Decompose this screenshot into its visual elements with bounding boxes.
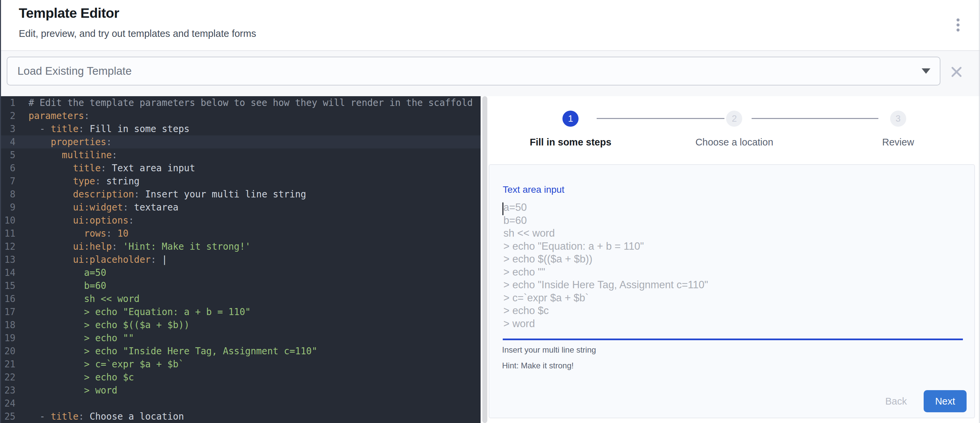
line-number: 24 [0,397,16,410]
line-code: sh << word [29,292,140,305]
textarea-input[interactable]: a=50b=60sh << word> echo "Equation: a + … [503,201,708,330]
editor-line[interactable]: 23 > word [0,384,480,397]
editor-line[interactable]: 22 > echo $c [0,371,480,384]
stepper-step-1[interactable]: 1Fill in some steps [488,111,652,148]
editor-line[interactable]: 17 > echo "Equation: a + b = 110" [0,305,480,318]
line-code: type: string [29,174,140,188]
step-circle: 1 [562,111,579,127]
editor-line[interactable]: 25 - title: Choose a location [0,410,480,423]
line-number: 6 [0,162,16,174]
line-number: 11 [0,227,16,240]
line-code: properties: [29,135,112,149]
line-code: - title: Choose a location [29,410,184,423]
editor-line[interactable]: 11 rows: 10 [0,227,480,240]
editor-line[interactable]: 20 > echo "Inside Here Tag, Assignment c… [0,345,480,358]
line-number: 17 [0,305,16,318]
page-subtitle: Edit, preview, and try out templates and… [19,28,256,39]
stepper-step-3[interactable]: 3Review [816,111,980,148]
editor-scrollbar[interactable] [480,96,488,423]
editor-line[interactable]: 8 description: Insert your multi line st… [0,188,480,201]
line-code: description: Insert your multi line stri… [29,188,306,201]
line-number: 7 [0,174,16,188]
line-code: > echo "Equation: a + b = 110" [29,305,251,318]
textarea-line: b=60 [503,214,708,227]
editor-line[interactable]: 7 type: string [0,174,480,188]
line-number: 21 [0,358,16,371]
field-description: Insert your multi line string [502,345,596,355]
code-editor[interactable]: 1# Edit the template parameters below to… [0,96,480,423]
editor-line[interactable]: 24 [0,397,480,410]
line-code: b=60 [29,279,106,292]
main-split: 1# Edit the template parameters below to… [0,96,980,423]
editor-line[interactable]: 13 ui:placeholder: | [0,253,480,266]
editor-line[interactable]: 6 title: Text area input [0,162,480,174]
textarea-line: > c=`expr $a + $b` [503,292,708,305]
textarea-line: > echo $(($a + $b)) [503,253,708,266]
step-label: Fill in some steps [530,137,611,148]
form-card: Text area input a=50b=60sh << word> echo… [488,164,975,418]
line-code: > word [29,384,118,397]
editor-line[interactable]: 16 sh << word [0,292,480,305]
textarea-line: > echo "Equation: a + b = 110" [503,240,708,253]
clear-selection-button[interactable] [949,64,964,79]
textarea-line: a=50 [503,201,708,214]
line-number: 18 [0,318,16,331]
editor-line[interactable]: 15 b=60 [0,279,480,292]
field-label: Text area input [503,184,565,195]
editor-line[interactable]: 21 > c=`expr $a + $b` [0,358,480,371]
step-circle: 3 [890,111,906,127]
window-left-edge [0,0,1,423]
textarea-line: sh << word [503,227,708,240]
line-code: ui:placeholder: | [29,253,167,266]
field-help: Hint: Make it strong! [502,361,574,371]
editor-line[interactable]: 5 multiline: [0,149,480,162]
editor-line[interactable]: 12 ui:help: 'Hint: Make it strong!' [0,240,480,253]
editor-line[interactable]: 19 > echo "" [0,331,480,345]
editor-line[interactable]: 9 ui:widget: textarea [0,201,480,214]
line-number: 3 [0,122,16,135]
line-number: 5 [0,149,16,162]
step-connector [752,118,878,119]
line-code: ui:widget: textarea [29,201,178,214]
line-code: > echo "" [29,331,134,345]
page-title: Template Editor [19,5,119,21]
editor-line[interactable]: 4 properties: [0,135,480,149]
kebab-dot-icon [956,19,959,21]
textarea-focus-underline [503,339,963,340]
toolbar: Load Existing Template [0,51,980,96]
line-number: 22 [0,371,16,384]
line-number: 12 [0,240,16,253]
textarea-line: > echo "Inside Here Tag, Assignment c=11… [503,279,708,292]
step-circle: 2 [726,111,742,127]
back-button[interactable]: Back [883,396,910,407]
next-button[interactable]: Next [924,390,967,412]
line-number: 25 [0,410,16,423]
stepper-step-2[interactable]: 2Choose a location [652,111,816,148]
editor-line[interactable]: 2parameters: [0,109,480,122]
editor-line[interactable]: 1# Edit the template parameters below to… [0,96,480,109]
line-code: rows: 10 [29,227,129,240]
header: Template Editor Edit, preview, and try o… [0,0,980,51]
line-code: parameters: [29,109,89,122]
textarea-line: > echo $c [503,304,708,317]
line-number: 23 [0,384,16,397]
line-number: 4 [0,135,16,149]
kebab-menu-button[interactable] [951,15,964,35]
line-number: 1 [0,96,16,109]
editor-line[interactable]: 14 a=50 [0,266,480,279]
line-number: 2 [0,109,16,122]
editor-line[interactable]: 10 ui:options: [0,214,480,227]
load-template-select[interactable]: Load Existing Template [7,57,940,86]
line-code: - title: Fill in some steps [29,122,189,135]
textarea-line: > word [503,317,708,331]
editor-line[interactable]: 18 > echo $(($a + $b)) [0,318,480,331]
kebab-dot-icon [956,29,959,32]
chevron-down-icon [922,68,931,74]
line-number: 10 [0,214,16,227]
line-number: 15 [0,279,16,292]
scrollbar-thumb[interactable] [482,96,487,423]
line-code: # Edit the template parameters below to … [29,96,473,109]
editor-line[interactable]: 3 - title: Fill in some steps [0,122,480,135]
kebab-dot-icon [956,24,959,27]
line-number: 9 [0,201,16,214]
